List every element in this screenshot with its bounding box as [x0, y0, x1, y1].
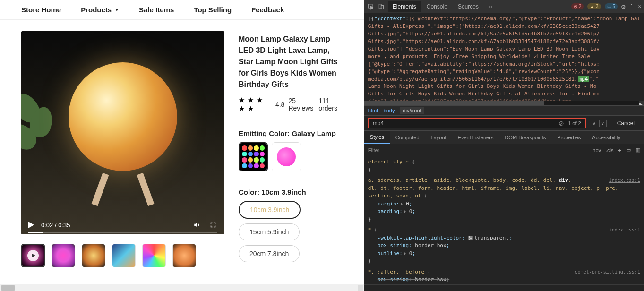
warning-badge[interactable]: ▲ 3: [587, 3, 601, 9]
thumbnail-row: [21, 244, 224, 267]
subtab-computed[interactable]: Computed: [390, 132, 425, 143]
crumb-body[interactable]: body: [384, 108, 395, 113]
gear-icon[interactable]: ⚙: [621, 3, 625, 10]
video-scene: [21, 31, 224, 234]
tab-console[interactable]: Console: [422, 1, 452, 12]
add-rule-icon[interactable]: +: [618, 147, 621, 153]
chevron-down-icon: ▼: [114, 7, 119, 12]
nav-products[interactable]: Products ▼: [81, 6, 119, 14]
svg-rect-1: [379, 4, 382, 8]
size-option-10cm[interactable]: 10cm 3.9inch: [239, 201, 301, 219]
stars-icon: ★ ★ ★ ★ ★: [239, 96, 272, 113]
styles-subtabs: Styles Computed Layout Event Listeners D…: [364, 131, 644, 144]
info-badge[interactable]: ▭ 5: [605, 3, 618, 9]
orders-count: 111 orders: [318, 97, 343, 112]
volume-icon[interactable]: [193, 221, 202, 229]
source-link[interactable]: index.css:1: [609, 177, 640, 184]
crumb-html[interactable]: html: [368, 108, 378, 113]
nav-feedback[interactable]: Feedback: [251, 6, 284, 14]
reviews-link[interactable]: 25 Reviews: [288, 97, 315, 112]
styles-filter-bar: Filter :hov .cls + ▭ ▥: [364, 144, 644, 156]
subtab-properties[interactable]: Properties: [551, 132, 586, 143]
thumbnail-4[interactable]: [142, 244, 166, 267]
video-time: 0:02 / 0:35: [41, 222, 70, 229]
search-bar: mp4 ⊘ 1 of 2 ∧ ∨ Cancel: [364, 116, 644, 131]
nav-home[interactable]: Store Home: [21, 6, 61, 14]
color-option-label: Emitting Color: Galaxy Lamp: [239, 129, 343, 137]
subtab-styles[interactable]: Styles: [364, 131, 390, 144]
subtab-event-listeners[interactable]: Event Listeners: [452, 132, 499, 143]
color-option-pink[interactable]: [272, 142, 301, 171]
product-title: Moon Lamp Galaxy Lamp LED 3D Light Lava …: [239, 34, 343, 90]
rating-value: 4.8: [275, 101, 284, 108]
styles-panel[interactable]: element.style { } index.css:1 a, address…: [364, 156, 644, 284]
tab-sources[interactable]: Sources: [453, 1, 483, 12]
error-badge[interactable]: ⊘ 2: [571, 3, 584, 9]
tab-more[interactable]: »: [484, 1, 497, 12]
thumbnail-5[interactable]: [172, 244, 196, 267]
close-icon[interactable]: ✕: [638, 3, 641, 9]
search-cancel-button[interactable]: Cancel: [611, 120, 640, 127]
cls-toggle[interactable]: .cls: [606, 147, 614, 153]
video-progress[interactable]: [28, 232, 217, 233]
color-option-galaxy[interactable]: [239, 142, 268, 171]
device-mode-icon[interactable]: ▭: [626, 147, 631, 153]
hov-toggle[interactable]: :hov: [591, 147, 601, 153]
thumbnail-video[interactable]: [21, 244, 45, 267]
panel-icon[interactable]: ▥: [635, 147, 640, 153]
clear-icon[interactable]: ⊘: [558, 120, 564, 127]
nav-top-selling[interactable]: Top Selling: [194, 6, 232, 14]
elements-scrollbar[interactable]: ▶: [364, 101, 644, 105]
size-option-15cm[interactable]: 15cm 5.9inch: [239, 223, 300, 240]
product-video[interactable]: 0:02 / 0:35: [21, 31, 224, 234]
search-highlight: mp4: [578, 76, 589, 82]
crumb-root[interactable]: div#root: [400, 107, 423, 114]
thumbnail-2[interactable]: [82, 244, 105, 267]
device-icon[interactable]: [378, 3, 385, 10]
thumbnail-3[interactable]: [112, 244, 136, 267]
nav-products-label: Products: [81, 6, 112, 14]
rating-row: ★ ★ ★ ★ ★ 4.8 25 Reviews 111 orders: [239, 96, 343, 113]
elements-tree[interactable]: [{"@context":[{"@context":"https://schem…: [364, 13, 644, 105]
subtab-dom-breakpoints[interactable]: DOM Breakpoints: [499, 132, 551, 143]
devtools-panel: Elements Console Sources » ⊘ 2 ▲ 3 ▭ 5 ⚙…: [364, 0, 644, 291]
size-option-20cm[interactable]: 20cm 7.8inch: [239, 245, 300, 262]
video-controls: 0:02 / 0:35: [21, 215, 224, 234]
store-page: Store Home Products ▼ Sale Items Top Sel…: [0, 0, 364, 291]
tab-elements[interactable]: Elements: [388, 1, 421, 12]
search-result-count: 1 of 2: [568, 120, 581, 126]
nav-sale[interactable]: Sale Items: [139, 6, 174, 14]
filter-input[interactable]: Filter: [368, 147, 591, 153]
devtools-tabs: Elements Console Sources » ⊘ 2 ▲ 3 ▭ 5 ⚙…: [364, 0, 644, 13]
search-input[interactable]: mp4 ⊘ 1 of 2: [368, 118, 586, 128]
store-nav: Store Home Products ▼ Sale Items Top Sel…: [0, 0, 364, 20]
thumbnail-1[interactable]: [52, 244, 75, 267]
menu-icon[interactable]: ⋮: [629, 3, 634, 9]
breadcrumb: html body div#root: [364, 105, 644, 116]
subtab-layout[interactable]: Layout: [425, 132, 452, 143]
subtab-accessibility[interactable]: Accessibility: [586, 132, 626, 143]
horizontal-scrollbar[interactable]: [0, 284, 364, 291]
fullscreen-icon[interactable]: [209, 221, 217, 229]
source-link[interactable]: comet-pro-s…tting.css:1: [575, 268, 640, 275]
inspect-icon[interactable]: [367, 3, 375, 10]
size-option-label: Color: 10cm 3.9inch: [239, 188, 343, 196]
search-next-icon[interactable]: ∨: [599, 120, 607, 127]
play-icon[interactable]: [28, 222, 34, 228]
source-link[interactable]: index.css:1: [609, 226, 640, 233]
search-prev-icon[interactable]: ∧: [591, 120, 598, 127]
